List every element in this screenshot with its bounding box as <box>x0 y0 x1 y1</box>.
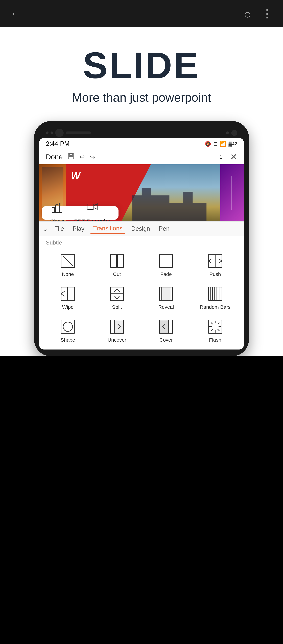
random-bars-icon <box>207 286 224 302</box>
transitions-grid: None Cut <box>44 249 239 346</box>
transition-shape[interactable]: Shape <box>44 315 92 346</box>
redo-icon[interactable]: ↪ <box>90 153 95 161</box>
svg-line-46 <box>218 322 219 324</box>
phone-top-right-sensors <box>226 130 237 136</box>
menu-design[interactable]: Design <box>129 224 153 233</box>
svg-rect-17 <box>61 287 75 300</box>
svg-rect-4 <box>56 205 58 212</box>
menu-chevron-icon[interactable]: ⌄ <box>43 225 48 232</box>
bottom-black-area <box>0 356 283 423</box>
menu-pen[interactable]: Pen <box>156 224 172 233</box>
more-icon[interactable]: ⋮ <box>261 6 273 20</box>
uncover-icon <box>109 318 125 335</box>
phone-toolbar-right: 1 ✕ <box>217 152 237 162</box>
phone-sensors <box>46 129 91 137</box>
svg-rect-12 <box>117 254 124 268</box>
svg-line-47 <box>211 329 213 331</box>
svg-line-45 <box>218 329 219 331</box>
transition-fade-label: Fade <box>160 271 172 277</box>
menu-play[interactable]: Play <box>70 224 87 233</box>
wipe-icon <box>59 286 76 302</box>
svg-rect-7 <box>87 204 94 209</box>
search-icon[interactable]: ⌕ <box>244 7 251 20</box>
transition-split[interactable]: Split <box>93 282 141 313</box>
back-icon[interactable]: ← <box>10 7 22 20</box>
phone-status-icons: 🔕 ⊡ 📶 ▓42 <box>205 141 237 147</box>
svg-rect-3 <box>52 207 54 212</box>
transition-random-bars-label: Random Bars <box>200 304 230 310</box>
transition-flash[interactable]: Flash <box>191 315 239 346</box>
phone-screen: 2:44 PM 🔕 ⊡ 📶 ▓42 Done <box>39 138 244 350</box>
app-title: SLIDE <box>83 47 200 84</box>
done-button[interactable]: Done <box>46 153 63 161</box>
phone-dot-2 <box>51 132 53 134</box>
phone-sensor-cam <box>231 130 237 136</box>
split-icon <box>109 286 125 302</box>
phone-status-bar: 2:44 PM 🔕 ⊡ 📶 ▓42 <box>39 138 244 150</box>
save-icon[interactable] <box>68 153 74 161</box>
svg-marker-8 <box>94 204 97 209</box>
push-icon <box>207 252 224 269</box>
flash-icon <box>207 318 224 335</box>
transition-split-label: Split <box>112 304 122 310</box>
transitions-label: Subtle <box>44 239 239 246</box>
transition-none[interactable]: None <box>44 249 92 280</box>
transition-wipe[interactable]: Wipe <box>44 282 92 313</box>
cut-icon <box>109 252 125 269</box>
svg-rect-22 <box>162 287 171 300</box>
menu-file[interactable]: File <box>52 224 67 233</box>
svg-rect-37 <box>159 320 169 334</box>
slide-number: 1 <box>219 154 222 160</box>
phone-mockup: 2:44 PM 🔕 ⊡ 📶 ▓42 Done <box>32 121 251 356</box>
recorder-popup-item[interactable]: PPT Recorder <box>74 202 110 222</box>
phone-speaker <box>66 132 91 134</box>
battery-icon: ▓42 <box>228 141 237 146</box>
phone-bottom-bar: ⌄ File Play Transitions Design Pen <box>39 221 244 236</box>
transition-cut[interactable]: Cut <box>93 249 141 280</box>
shape-icon <box>59 318 76 335</box>
slide-thumb-3[interactable] <box>220 164 244 221</box>
phone-sensor-1 <box>226 132 229 134</box>
none-icon <box>59 252 76 269</box>
phone-outer-shell: 2:44 PM 🔕 ⊡ 📶 ▓42 Done <box>34 121 249 356</box>
chart-popup-item[interactable]: Chart <box>50 202 64 222</box>
transition-uncover-label: Uncover <box>108 337 126 343</box>
svg-line-10 <box>63 256 73 266</box>
slide-thumbnails[interactable]: W Business plan <box>39 164 244 221</box>
chart-icon <box>51 202 63 216</box>
svg-line-44 <box>211 322 213 324</box>
wifi-icon: 📶 <box>220 141 226 147</box>
close-icon[interactable]: ✕ <box>230 152 237 162</box>
transition-cover[interactable]: Cover <box>142 315 190 346</box>
transition-uncover[interactable]: Uncover <box>93 315 141 346</box>
top-status-bar: ← ⌕ ⋮ <box>0 0 283 27</box>
svg-rect-5 <box>60 203 62 212</box>
phone-notch-bar <box>39 128 244 138</box>
phone-menu-row: ⌄ File Play Transitions Design Pen <box>43 224 240 234</box>
transition-push[interactable]: Push <box>191 249 239 280</box>
menu-transitions[interactable]: Transitions <box>91 224 125 234</box>
transition-wipe-label: Wipe <box>62 304 74 310</box>
slide-number-box[interactable]: 1 <box>217 153 225 161</box>
transition-push-label: Push <box>209 271 221 277</box>
transition-reveal-label: Reveal <box>158 304 174 310</box>
phone-toolbar-left: Done ↩ ↪ <box>46 153 95 161</box>
svg-rect-11 <box>110 254 117 268</box>
transition-none-label: None <box>62 271 74 277</box>
svg-rect-34 <box>114 320 124 334</box>
undo-icon[interactable]: ↩ <box>79 153 85 161</box>
phone-front-camera <box>55 129 64 137</box>
fade-icon <box>158 252 174 269</box>
chart-label: Chart <box>50 218 64 222</box>
mute-icon: 🔕 <box>205 141 211 147</box>
transition-flash-label: Flash <box>209 337 221 343</box>
transition-reveal[interactable]: Reveal <box>142 282 190 313</box>
transition-fade[interactable]: Fade <box>142 249 190 280</box>
transition-random-bars[interactable]: Random Bars <box>191 282 239 313</box>
transitions-section: Subtle None <box>39 236 244 350</box>
svg-point-32 <box>63 322 73 332</box>
screen-icon: ⊡ <box>213 141 217 147</box>
svg-rect-2 <box>69 157 73 159</box>
main-content: SLIDE More than just powerpoint <box>0 27 283 356</box>
transition-shape-label: Shape <box>61 337 75 343</box>
